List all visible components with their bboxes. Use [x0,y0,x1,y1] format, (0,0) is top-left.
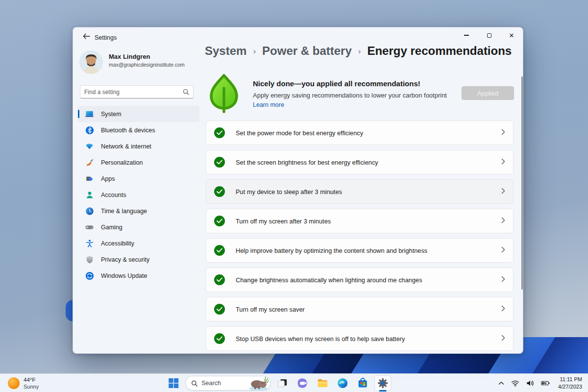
close-button[interactable]: ✕ [500,27,523,43]
edge-button[interactable] [334,375,351,391]
sidebar-item-label: Accessibility [101,240,134,247]
sidebar-item-accessibility[interactable]: Accessibility [78,235,199,251]
search-icon [191,380,197,387]
recommendation-label: Change brightness automatically when lig… [236,276,490,284]
bluetooth-icon [85,125,94,135]
weather-temp: 44°F [24,376,39,383]
avatar-photo [79,50,103,74]
leaf-icon [209,74,239,116]
battery-icon [541,380,550,386]
recommendation-row-screen-off[interactable]: Turn off my screen after 3 minutes [206,209,514,233]
weather-condition: Sunny [24,384,39,390]
start-button[interactable] [165,375,182,391]
applied-button[interactable]: Applied [462,86,514,100]
maximize-button[interactable] [478,27,500,43]
network-icon [85,142,94,151]
sidebar-item-system[interactable]: System [78,106,199,122]
file-explorer-button[interactable] [314,375,331,391]
search-highlight-hippo-icon [248,377,269,390]
back-arrow-icon [83,33,90,39]
search-icon [183,89,189,95]
taskbar-search-box[interactable]: Search [185,376,270,391]
gaming-icon [85,222,94,232]
avatar[interactable] [79,50,103,74]
task-view-button[interactable] [274,375,291,391]
privacy-icon [85,255,94,264]
personalization-icon [85,158,94,167]
store-icon [357,377,368,389]
recommendation-row-auto-brightness[interactable]: Change brightness automatically when lig… [206,268,514,292]
breadcrumb-separator-icon: › [253,46,256,56]
breadcrumb-separator-icon: › [358,46,361,56]
page-title: Energy recommendations [367,44,512,58]
green-check-icon [214,157,225,168]
sidebar-item-windows-update[interactable]: Windows Update [78,268,199,284]
chevron-right-icon [501,276,505,284]
tray-date: 4/27/2023 [558,383,582,391]
gear-icon [377,377,389,389]
taskbar: 44°F Sunny Search [0,373,588,392]
sidebar-item-label: Accounts [101,192,126,198]
breadcrumb-power-battery[interactable]: Power & battery [262,44,352,58]
chevron-right-icon [501,246,505,254]
green-check-icon [214,274,225,285]
chevron-right-icon [501,188,505,196]
store-button[interactable] [354,375,371,391]
green-check-icon [214,245,225,256]
recommendation-label: Put my device to sleep after 3 minutes [236,188,490,196]
user-email: max@graphicdesigninstitute.com [109,62,185,68]
scrollbar[interactable] [521,76,523,290]
system-tray: 11:11 PM 4/27/2023 [496,374,586,392]
recommendation-row-screen-saver[interactable]: Turn off my screen saver [206,297,514,321]
titlebar[interactable]: Settings ✕ [73,27,523,44]
recommendation-label: Set the screen brightness for best energ… [236,159,490,166]
chat-button[interactable] [294,375,311,391]
hidden-icons-button[interactable] [496,376,507,391]
sidebar-item-label: Privacy & security [101,256,149,263]
sidebar-item-time-language[interactable]: Time & language [78,203,199,219]
breadcrumb-system[interactable]: System [205,44,246,58]
sidebar-item-bluetooth-devices[interactable]: Bluetooth & devices [78,122,199,138]
edge-icon [337,377,348,389]
sidebar-item-privacy-security[interactable]: Privacy & security [78,251,199,268]
sidebar-item-label: Apps [101,175,115,182]
sidebar-item-accounts[interactable]: Accounts [78,187,199,203]
sidebar-item-label: Bluetooth & devices [101,127,155,134]
sidebar-item-label: Windows Update [101,272,147,279]
green-check-icon [214,186,225,197]
sidebar-item-gaming[interactable]: Gaming [78,219,199,235]
speaker-icon [526,380,534,387]
hero-title: Nicely done—you applied all recommendati… [253,79,420,88]
minimize-button[interactable] [455,27,478,43]
sidebar-item-apps[interactable]: Apps [78,171,199,187]
chat-icon [296,377,308,389]
green-check-icon [214,333,225,344]
time-language-icon [85,206,94,216]
recommendation-label: Set the power mode for best energy effic… [236,129,490,137]
recommendation-row-screen-brightness[interactable]: Set the screen brightness for best energ… [206,150,514,174]
recommendation-row-battery-optimize[interactable]: Help improve battery by optimizing the c… [206,238,514,263]
settings-app-button[interactable] [374,375,391,391]
recommendation-row-usb[interactable]: Stop USB devices when my screen is off t… [206,326,514,351]
chevron-right-icon [501,305,505,313]
clock[interactable]: 11:11 PM 4/27/2023 [554,376,586,391]
chevron-up-icon [498,381,504,385]
weather-widget[interactable]: 44°F Sunny [4,374,43,392]
recommendation-label: Turn off my screen saver [236,306,490,313]
wifi-button[interactable] [509,376,522,391]
sidebar-item-personalization[interactable]: Personalization [78,154,199,171]
sidebar-item-label: Gaming [101,224,122,231]
apps-icon [85,174,94,183]
sidebar-item-label: Time & language [101,208,147,215]
recommendation-row-power-mode[interactable]: Set the power mode for best energy effic… [206,121,514,145]
battery-button[interactable] [539,376,552,391]
find-a-setting-input[interactable] [84,89,183,96]
recommendation-row-sleep[interactable]: Put my device to sleep after 3 minutes [206,179,514,204]
find-a-setting-box[interactable] [80,85,194,98]
volume-button[interactable] [524,376,537,391]
sidebar-item-network-internet[interactable]: Network & internet [78,138,199,154]
back-button[interactable] [79,30,94,42]
learn-more-link[interactable]: Learn more [253,101,284,108]
task-view-icon [276,377,288,389]
file-explorer-icon [317,377,328,389]
